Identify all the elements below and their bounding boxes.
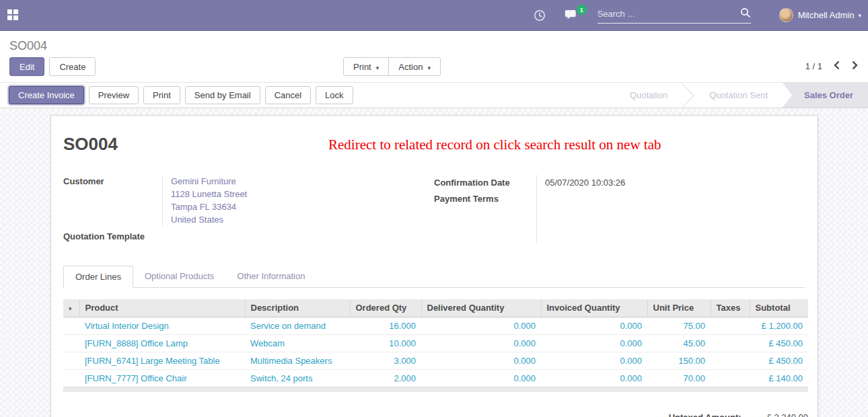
pager-previous-icon[interactable]: [833, 61, 840, 72]
cell-invoiced_qty: 0.000: [541, 352, 647, 369]
print-menu-button[interactable]: Print▾: [343, 57, 389, 76]
activities-clock-icon[interactable]: [534, 9, 546, 22]
cancel-button[interactable]: Cancel: [265, 86, 311, 104]
cell-taxes: [711, 334, 750, 352]
cell-ordered_qty: 2.000: [350, 369, 421, 387]
apps-menu-icon[interactable]: [7, 9, 19, 21]
create-button[interactable]: Create: [49, 57, 96, 76]
cell-delivered_qty: 0.000: [421, 334, 541, 352]
status-step-sales-order[interactable]: Sales Order: [783, 83, 868, 108]
print-button[interactable]: Print: [143, 86, 180, 104]
column-header-taxes[interactable]: Taxes: [711, 299, 750, 317]
untaxed-amount-label: Untaxed Amount:: [669, 412, 742, 417]
table-row[interactable]: Virtual Interior DesignService on demand…: [63, 317, 808, 334]
payment-terms-label: Payment Terms: [434, 191, 536, 207]
navbar-search[interactable]: [598, 7, 751, 24]
cell-description: Switch, 24 ports: [245, 369, 350, 387]
confirmation-date-value: 05/07/2020 10:03:26: [545, 175, 805, 191]
messages-icon[interactable]: 1: [565, 9, 579, 21]
cell-description: Webcam: [245, 334, 350, 352]
user-menu[interactable]: Mitchell Admin ▾: [772, 0, 868, 30]
cell-description: Multimedia Speakers: [245, 352, 350, 369]
cell-invoiced_qty: 0.000: [541, 317, 647, 334]
cell-delivered_qty: 0.000: [421, 317, 541, 334]
avatar: [779, 8, 793, 22]
tab-order-lines[interactable]: Order Lines: [63, 266, 133, 288]
pager-counter: 1 / 1: [805, 61, 822, 71]
lock-button[interactable]: Lock: [316, 86, 353, 104]
tab-optional-products[interactable]: Optional Products: [133, 266, 225, 288]
table-row[interactable]: [FURN_8888] Office LampWebcam10.0000.000…: [63, 334, 808, 352]
customer-country[interactable]: United States: [171, 213, 434, 226]
cell-unit_price: 150.00: [647, 352, 711, 369]
customer-label: Customer: [63, 175, 162, 188]
step-chevron-icon: [682, 83, 694, 108]
search-input[interactable]: [598, 9, 740, 19]
column-header-product[interactable]: Product: [79, 299, 245, 317]
cell-subtotal: £ 450.00: [750, 334, 808, 352]
row-handle-cell: [63, 352, 79, 369]
content-area: SO004 Redirect to related record on clic…: [0, 109, 868, 417]
tab-other-information[interactable]: Other Information: [225, 266, 316, 288]
status-steps: QuotationQuotation SentSales Order: [615, 83, 868, 108]
cell-delivered_qty: 0.000: [421, 352, 541, 369]
cell-subtotal: £ 450.00: [750, 352, 808, 369]
cell-product: [FURN_6741] Large Meeting Table: [79, 352, 245, 369]
column-header-delivered-quantity[interactable]: Delivered Quantity: [421, 299, 541, 317]
cell-taxes: [711, 317, 750, 334]
confirmation-date-label: Confirmation Date: [434, 175, 536, 191]
caret-down-icon: ▾: [427, 65, 431, 71]
send-by-email-button[interactable]: Send by Email: [185, 86, 260, 104]
caret-down-icon: ▾: [69, 305, 72, 312]
customer-value[interactable]: Gemini Furniture 1128 Lunetta Street Tam…: [162, 175, 434, 226]
row-handle-cell: [63, 369, 79, 387]
customer-street[interactable]: 1128 Lunetta Street: [171, 188, 434, 200]
quotation-template-label: Quotation Template: [63, 230, 434, 243]
top-navbar: 1 Mitchell Admin ▾: [0, 0, 868, 31]
cell-invoiced_qty: 0.000: [541, 334, 647, 352]
cell-unit_price: 45.00: [647, 334, 711, 352]
status-step-quotation-sent[interactable]: Quotation Sent: [694, 83, 783, 108]
cell-ordered_qty: 3.000: [350, 352, 421, 369]
cell-invoiced_qty: 0.000: [541, 369, 647, 387]
cell-taxes: [711, 352, 750, 369]
preview-button[interactable]: Preview: [89, 86, 139, 104]
order-lines-body: Virtual Interior DesignService on demand…: [63, 317, 808, 387]
form-sheet: SO004 Redirect to related record on clic…: [50, 115, 818, 417]
statusbar: Create InvoicePreviewPrintSend by EmailC…: [0, 83, 868, 108]
customer-city[interactable]: Tampa FL 33634: [171, 200, 434, 213]
cell-product: [FURN_8888] Office Lamp: [79, 334, 245, 352]
column-header-unit-price[interactable]: Unit Price: [647, 299, 711, 317]
row-handle-cell: [63, 317, 79, 334]
cell-ordered_qty: 10.000: [350, 334, 421, 352]
column-header-ordered-qty[interactable]: Ordered Qty: [350, 299, 421, 317]
cell-unit_price: 75.00: [647, 317, 711, 334]
column-header-invoiced-quantity[interactable]: Invoiced Quantity: [541, 299, 647, 317]
search-icon[interactable]: [740, 7, 751, 20]
cell-delivered_qty: 0.000: [421, 369, 541, 387]
action-menu-button[interactable]: Action▾: [388, 57, 441, 76]
status-step-quotation[interactable]: Quotation: [615, 83, 682, 108]
breadcrumb[interactable]: SO004: [0, 31, 868, 53]
column-header-subtotal[interactable]: Subtotal: [750, 299, 808, 317]
pager-next-icon[interactable]: [851, 61, 859, 72]
table-row[interactable]: [FURN_7777] Office ChairSwitch, 24 ports…: [63, 369, 808, 387]
untaxed-amount-value: £ 2,240.00: [767, 412, 808, 417]
cell-taxes: [711, 369, 750, 387]
statusbar-buttons: Create InvoicePreviewPrintSend by EmailC…: [0, 83, 353, 108]
user-name: Mitchell Admin: [798, 10, 855, 20]
caret-down-icon: ▾: [376, 65, 379, 71]
notebook-tabs: Order LinesOptional ProductsOther Inform…: [63, 265, 805, 288]
edit-button[interactable]: Edit: [9, 57, 44, 76]
caret-down-icon: ▾: [858, 12, 861, 19]
column-header-description[interactable]: Description: [245, 299, 350, 317]
table-row[interactable]: [FURN_6741] Large Meeting TableMultimedi…: [63, 352, 808, 369]
cell-unit_price: 70.00: [647, 369, 711, 387]
customer-name-link[interactable]: Gemini Furniture: [171, 175, 434, 188]
cell-product: Virtual Interior Design: [79, 317, 245, 334]
optional-columns-toggle[interactable]: ▾: [63, 299, 79, 317]
cell-subtotal: £ 1,200.00: [750, 317, 808, 334]
control-panel: SO004 Edit Create Print▾ Action▾ 1 / 1: [0, 31, 868, 83]
create-invoice-button[interactable]: Create Invoice: [9, 86, 84, 104]
row-handle-cell: [63, 334, 79, 352]
